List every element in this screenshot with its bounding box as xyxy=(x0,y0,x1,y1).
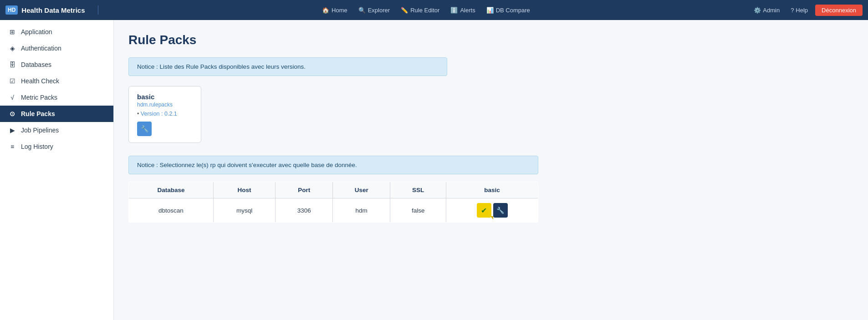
sidebar-item-health-check-label: Health Check xyxy=(21,77,59,85)
sidebar-item-authentication-label: Authentication xyxy=(21,45,61,52)
sidebar: ⊞ Application ◈ Authentication 🗄 Databas… xyxy=(0,20,114,320)
nav-admin-label: Admin xyxy=(763,7,780,14)
col-user: User xyxy=(333,182,390,198)
rulepack-row-settings-button[interactable]: 🔧 xyxy=(493,203,508,218)
nav-db-compare[interactable]: 📊 DB Compare xyxy=(482,5,535,15)
alerts-icon: ℹ️ xyxy=(450,7,458,14)
sidebar-item-metric-packs[interactable]: √ Metric Packs xyxy=(0,89,113,106)
enable-rulepack-button[interactable]: ✔ xyxy=(477,203,491,218)
nav-explorer-label: Explorer xyxy=(368,7,390,14)
checkmark-icon: ✔ xyxy=(481,206,487,215)
topnav-center: 🏠 Home 🔍 Explorer ✏️ Rule Editor ℹ️ Aler… xyxy=(102,5,751,15)
col-database: Database xyxy=(129,182,214,198)
logo-box: HD xyxy=(5,5,18,15)
logout-button[interactable]: Déconnexion xyxy=(815,5,863,16)
notice-box-2: Notice : Selectionnez le(s) rp qui doive… xyxy=(128,156,538,174)
sidebar-item-authentication[interactable]: ◈ Authentication xyxy=(0,40,113,56)
row-wrench-icon: 🔧 xyxy=(496,207,504,214)
nav-rule-editor[interactable]: ✏️ Rule Editor xyxy=(396,5,444,15)
sidebar-item-health-check[interactable]: ☑ Health Check xyxy=(0,73,113,89)
layout: ⊞ Application ◈ Authentication 🗄 Databas… xyxy=(0,0,868,320)
app-title: Health Data Metrics xyxy=(21,6,85,14)
wrench-icon: 🔧 xyxy=(141,125,148,132)
db-compare-icon: 📊 xyxy=(486,7,494,14)
sidebar-item-log-history[interactable]: ≡ Log History xyxy=(0,138,113,155)
sidebar-item-metric-packs-label: Metric Packs xyxy=(21,94,57,101)
topnav: HD Health Data Metrics 🏠 Home 🔍 Explorer… xyxy=(0,0,868,20)
sidebar-item-databases[interactable]: 🗄 Databases xyxy=(0,56,113,73)
explorer-icon: 🔍 xyxy=(358,7,366,14)
cell-user: hdm xyxy=(333,198,390,223)
sidebar-item-job-pipelines-label: Job Pipelines xyxy=(21,127,59,134)
edit-icon: ✏️ xyxy=(401,7,408,14)
nav-alerts-label: Alerts xyxy=(460,7,475,14)
health-check-icon: ☑ xyxy=(8,77,16,85)
nav-rule-editor-label: Rule Editor xyxy=(410,7,439,14)
nav-separator xyxy=(98,5,98,15)
col-basic: basic xyxy=(446,182,538,198)
cell-port: 3306 xyxy=(276,198,333,223)
nav-home[interactable]: 🏠 Home xyxy=(317,5,352,15)
authentication-icon: ◈ xyxy=(8,45,16,52)
app-logo[interactable]: HD Health Data Metrics xyxy=(5,5,85,15)
rulepack-name: basic xyxy=(137,93,193,101)
sidebar-item-rule-packs[interactable]: ⊙ Rule Packs xyxy=(0,106,113,122)
nav-explorer[interactable]: 🔍 Explorer xyxy=(354,5,394,15)
notice-box-1: Notice : Liste des Rule Packs disponible… xyxy=(128,57,447,76)
gear-icon: ⚙️ xyxy=(754,7,761,14)
rulepack-settings-button[interactable]: 🔧 xyxy=(137,122,152,136)
page-title: Rule Packs xyxy=(128,33,853,47)
main-content: Rule Packs Notice : Liste des Rule Packs… xyxy=(114,20,868,320)
rule-packs-icon: ⊙ xyxy=(8,110,16,117)
nav-help[interactable]: ? Help xyxy=(787,5,812,15)
notice-text-1: Notice : Liste des Rule Packs disponible… xyxy=(137,63,306,70)
sidebar-item-log-history-label: Log History xyxy=(21,143,53,150)
databases-icon: 🗄 xyxy=(8,61,16,68)
database-table: Database Host Port User SSL basic dbtosc… xyxy=(128,182,538,223)
nav-alerts[interactable]: ℹ️ Alerts xyxy=(446,5,480,15)
cell-host: mysql xyxy=(213,198,275,223)
home-icon: 🏠 xyxy=(322,7,329,14)
table-row: dbtoscan mysql 3306 hdm false ✔ 🔧 xyxy=(129,198,538,223)
actions-container: ✔ 🔧 xyxy=(454,203,531,218)
topnav-right: ⚙️ Admin ? Help Déconnexion xyxy=(750,5,863,16)
cell-ssl: false xyxy=(390,198,446,223)
sidebar-item-job-pipelines[interactable]: ▶ Job Pipelines xyxy=(0,122,113,138)
rulepack-module: hdm.rulepacks xyxy=(137,102,193,108)
help-icon: ? xyxy=(791,7,794,14)
log-history-icon: ≡ xyxy=(8,143,16,150)
col-host: Host xyxy=(213,182,275,198)
nav-help-label: Help xyxy=(796,7,808,14)
nav-db-compare-label: DB Compare xyxy=(496,7,530,14)
notice-text-2: Notice : Selectionnez le(s) rp qui doive… xyxy=(137,162,357,168)
cell-database: dbtoscan xyxy=(129,198,214,223)
nav-home-label: Home xyxy=(332,7,347,14)
metric-packs-icon: √ xyxy=(8,94,16,101)
col-ssl: SSL xyxy=(390,182,446,198)
rulepack-card-area: basic hdm.rulepacks • Version : 0.2.1 🔧 xyxy=(128,86,853,143)
job-pipelines-icon: ▶ xyxy=(8,127,16,134)
cell-actions: ✔ 🔧 xyxy=(446,198,538,223)
col-port: Port xyxy=(276,182,333,198)
sidebar-item-application-label: Application xyxy=(21,28,52,36)
sidebar-item-databases-label: Databases xyxy=(21,61,51,68)
sidebar-item-rule-packs-label: Rule Packs xyxy=(21,110,55,117)
application-icon: ⊞ xyxy=(8,28,16,36)
nav-admin[interactable]: ⚙️ Admin xyxy=(750,5,783,15)
rulepack-card: basic hdm.rulepacks • Version : 0.2.1 🔧 xyxy=(128,86,201,143)
sidebar-item-application[interactable]: ⊞ Application xyxy=(0,24,113,40)
rulepack-version: • Version : 0.2.1 xyxy=(137,111,193,117)
